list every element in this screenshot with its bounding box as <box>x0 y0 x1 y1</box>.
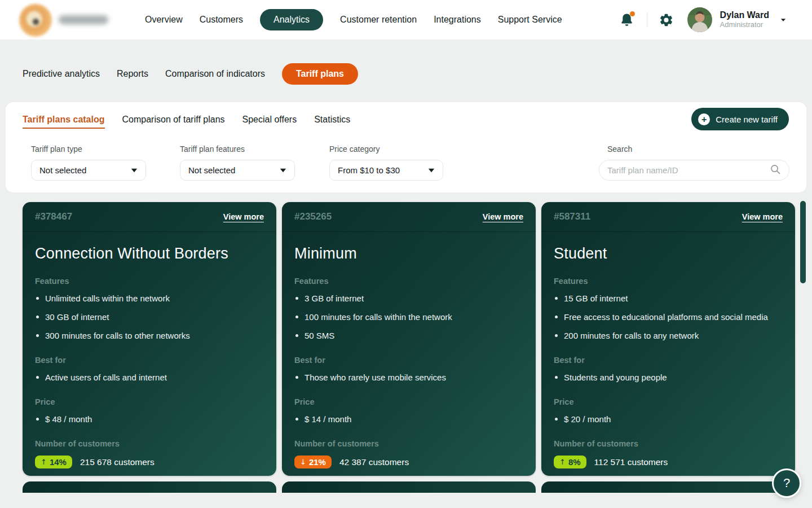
filters-row: Tariff plan type Not selected Tariff pla… <box>6 102 806 192</box>
top-bar-right: Dylan Ward Administrator <box>619 0 788 40</box>
feature-item: Unlimited calls within the network <box>35 293 264 304</box>
tariff-card-header: #378467 View more <box>23 202 276 232</box>
price-item: $ 48 / month <box>35 414 264 425</box>
subnav-reports[interactable]: Reports <box>117 69 148 79</box>
view-more-link[interactable]: View more <box>742 212 783 221</box>
question-mark-icon: ? <box>783 476 790 491</box>
customers-row: ↑ 8% 112 571 customers <box>554 456 783 468</box>
divider <box>647 12 647 27</box>
tariff-plan-type-select[interactable]: Not selected <box>31 160 146 181</box>
tariff-id: #587311 <box>554 211 590 222</box>
best-for-item: Those who rarely use mobile services <box>294 372 523 383</box>
user-avatar[interactable] <box>687 7 712 32</box>
user-menu[interactable]: Dylan Ward Administrator <box>720 10 769 29</box>
filter-label: Price category <box>329 144 443 154</box>
nav-customer-retention[interactable]: Customer retention <box>340 15 417 25</box>
subnav-predictive-analytics[interactable]: Predictive analytics <box>23 69 100 79</box>
features-list: 3 GB of internet 100 minutes for calls w… <box>294 293 523 341</box>
nav-support-service[interactable]: Support Service <box>498 15 562 25</box>
price-item: $ 14 / month <box>294 414 523 425</box>
nav-analytics[interactable]: Analytics <box>260 9 323 30</box>
user-role: Administrator <box>720 21 769 29</box>
tariff-card-header: #587311 View more <box>541 202 795 232</box>
tariff-title: Connection Without Borders <box>35 245 264 262</box>
help-button[interactable]: ? <box>772 468 801 498</box>
change-badge: ↑ 14% <box>35 456 72 468</box>
customers-count: 215 678 customers <box>80 457 155 467</box>
caret-down-icon <box>428 168 435 173</box>
section-heading-customers: Number of customers <box>35 439 264 448</box>
tariff-title: Student <box>554 245 783 262</box>
view-more-link[interactable]: View more <box>223 212 264 221</box>
subnav-comparison-of-indicators[interactable]: Comparison of indicators <box>165 69 265 79</box>
trend-up-arrow-icon: ↑ <box>41 458 47 466</box>
caret-down-icon <box>280 168 286 173</box>
feature-item: 200 minutes for calls to any network <box>554 330 783 341</box>
section-heading-best-for: Best for <box>35 356 264 365</box>
nav-integrations[interactable]: Integrations <box>434 15 481 25</box>
app-logo[interactable] <box>19 4 52 37</box>
customers-count: 112 571 customers <box>594 457 668 467</box>
notification-bell-icon[interactable] <box>619 12 634 28</box>
price-category-select[interactable]: From $10 to $30 <box>329 160 443 181</box>
customers-count: 42 387 customers <box>339 457 409 467</box>
search-group: Search <box>599 144 789 181</box>
tariff-card-body: Connection Without Borders Features Unli… <box>23 245 276 468</box>
search-icon[interactable] <box>770 164 781 177</box>
section-heading-features: Features <box>294 277 523 286</box>
best-for-list: Those who rarely use mobile services <box>294 372 523 383</box>
filter-tariff-plan-features: Tariff plan features Not selected <box>180 144 295 181</box>
change-percent: 14% <box>50 457 67 467</box>
filter-label: Tariff plan features <box>180 144 295 154</box>
customers-row: ↑ 14% 215 678 customers <box>35 456 264 468</box>
change-badge: ↓ 21% <box>294 456 332 468</box>
subnav-tariff-plans[interactable]: Tariff plans <box>282 63 358 85</box>
filter-tariff-plan-type: Tariff plan type Not selected <box>31 144 146 181</box>
nav-customers[interactable]: Customers <box>200 15 243 25</box>
best-for-item: Active users of calls and internet <box>35 372 264 383</box>
price-list: $ 14 / month <box>294 414 523 425</box>
trend-up-arrow-icon: ↑ <box>559 458 566 466</box>
top-bar: Overview Customers Analytics Customer re… <box>0 0 812 40</box>
feature-item: 15 GB of internet <box>554 293 783 304</box>
tariff-card-partial <box>541 481 795 493</box>
tariff-id: #235265 <box>294 211 332 222</box>
section-heading-features: Features <box>554 277 783 286</box>
vertical-scrollbar-thumb[interactable] <box>800 201 806 283</box>
price-item: $ 20 / month <box>554 414 783 425</box>
section-heading-customers: Number of customers <box>294 439 523 448</box>
section-heading-best-for: Best for <box>554 356 783 365</box>
section-heading-best-for: Best for <box>294 356 523 365</box>
tariff-card-header: #235265 View more <box>282 202 536 232</box>
notification-dot <box>630 11 635 16</box>
section-heading-price: Price <box>554 397 783 406</box>
best-for-list: Active users of calls and internet <box>35 372 264 383</box>
best-for-item: Students and young people <box>554 372 783 383</box>
price-list: $ 48 / month <box>35 414 264 425</box>
feature-item: 300 minutes for calls to other networks <box>35 330 264 341</box>
settings-gear-icon[interactable] <box>659 12 674 28</box>
nav-overview[interactable]: Overview <box>145 15 183 25</box>
feature-item: 50 SMS <box>294 330 523 341</box>
feature-item: 3 GB of internet <box>294 293 523 304</box>
main-nav: Overview Customers Analytics Customer re… <box>145 0 562 40</box>
change-percent: 21% <box>309 457 326 467</box>
tariff-cards-grid: #378467 View more Connection Without Bor… <box>23 202 795 476</box>
tariff-card-partial <box>282 481 536 493</box>
change-badge: ↑ 8% <box>554 456 586 468</box>
section-heading-features: Features <box>35 277 264 286</box>
trend-down-arrow-icon: ↓ <box>300 458 306 466</box>
change-percent: 8% <box>568 457 581 467</box>
search-input[interactable] <box>607 165 770 175</box>
tariff-card: #587311 View more Student Features 15 GB… <box>541 202 795 476</box>
features-list: Unlimited calls within the network 30 GB… <box>35 293 264 341</box>
tariff-panel: Tariff plans catalog Comparison of tarif… <box>6 102 806 192</box>
tariff-id: #378467 <box>35 211 72 222</box>
tariff-plan-features-select[interactable]: Not selected <box>180 160 295 181</box>
caret-down-icon <box>131 168 138 173</box>
filter-label: Tariff plan type <box>31 144 146 154</box>
feature-item: Free access to educational platforms and… <box>554 312 783 323</box>
chevron-down-icon[interactable] <box>778 15 788 25</box>
view-more-link[interactable]: View more <box>483 212 523 221</box>
features-list: 15 GB of internet Free access to educati… <box>554 293 783 341</box>
